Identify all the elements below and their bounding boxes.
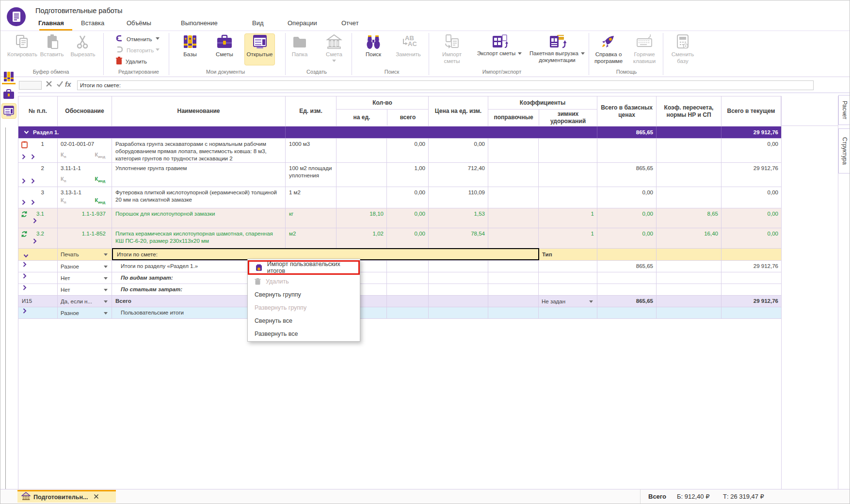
col-header-coef-group[interactable]: Коэффициенты поправочные зимних удорожан…	[488, 96, 597, 126]
expand-icon[interactable]	[23, 285, 27, 290]
ribbon-divider	[589, 33, 589, 75]
about-button[interactable]: Справка о программе	[590, 33, 627, 64]
totals-row-custom[interactable]: Разное Пользовательские итоги	[18, 307, 781, 319]
tab-structure[interactable]: Структура	[838, 128, 850, 173]
paste-button[interactable]: Вставить	[37, 33, 67, 58]
tab-operacii[interactable]: Операции	[288, 19, 317, 31]
tab-calculation[interactable]: Расчет	[838, 95, 850, 125]
search-button[interactable]: Поиск	[358, 33, 388, 58]
cut-button[interactable]: Вырезать	[68, 33, 98, 58]
close-tab-icon[interactable]	[94, 493, 99, 501]
delete-button[interactable]: Удалить	[115, 57, 147, 66]
group-label-search: Поиск	[368, 69, 416, 75]
totals-row-by-types[interactable]: Нет По видам затрат:	[18, 272, 781, 284]
kp-coef[interactable]: Кп	[61, 151, 66, 160]
confirm-formula-icon[interactable]	[56, 80, 64, 89]
function-icon[interactable]: fx	[65, 80, 71, 88]
kind-coef[interactable]: Кинд	[95, 175, 105, 184]
table-row-3[interactable]: 3 3.13-1-1 Кп Кинд Футеровка плиткой кис…	[18, 187, 781, 208]
undo-dropdown-arrow[interactable]	[156, 37, 160, 40]
row-dropdown[interactable]: Нет	[58, 272, 112, 284]
table-row-1[interactable]: 1 02-01-001-07 Кп Кинд Разработка грунта…	[18, 139, 781, 163]
context-menu: Импорт пользовательских итогов Удалить С…	[247, 259, 360, 342]
col-header-name[interactable]: Наименование	[112, 96, 286, 126]
formula-input[interactable]: Итоги по смете:	[77, 80, 814, 90]
rail-estimates-icon[interactable]	[2, 88, 16, 100]
estimates-button[interactable]: Сметы	[209, 33, 240, 58]
row-dropdown[interactable]: Нет	[58, 284, 112, 295]
create-estimate-button[interactable]: Смета	[319, 33, 349, 62]
expand-icon[interactable]	[33, 238, 37, 244]
col-header-qty-unit[interactable]: на ед.	[337, 110, 387, 126]
bases-button[interactable]: Базы	[175, 33, 205, 58]
replace-button[interactable]: ABAC Заменить	[393, 33, 423, 58]
table-row-2[interactable]: 2 3.11-1-1 Кп Кинд Уплотнение грунта гра…	[18, 163, 781, 187]
row-dropdown[interactable]: Разное	[58, 307, 112, 318]
menu-item-import-user-totals[interactable]: Импорт пользовательских итогов	[248, 260, 360, 275]
col-header-basis[interactable]: Всего в базисных ценах	[597, 96, 657, 126]
col-header-recalc[interactable]: Коэф. пересчета, нормы НР и СП	[657, 96, 722, 126]
export-estimate-button[interactable]: Экспорт сметы	[472, 33, 527, 57]
undo-button[interactable]: Отменить	[115, 34, 152, 44]
menu-item-expand-group[interactable]: Развернуть группу	[248, 301, 360, 314]
kind-coef[interactable]: Кинд	[95, 151, 105, 160]
expand-icon[interactable]	[22, 178, 26, 184]
tab-vypolnenie[interactable]: Выполнение	[181, 19, 218, 31]
table-row-3-2[interactable]: 3.2 1.1-1-852 Плитка керамическая кислот…	[18, 228, 781, 249]
col-header-coef-adj[interactable]: поправочные	[488, 110, 539, 126]
col-header-qty-total[interactable]: всего	[387, 110, 428, 126]
expand-icon[interactable]	[31, 178, 35, 184]
totals-row-section[interactable]: Разное Итоги по разделу «Раздел 1.» 865,…	[18, 261, 781, 272]
col-header-current[interactable]: Всего в текущем	[722, 96, 781, 126]
import-estimate-button[interactable]: Импорт сметы	[433, 33, 470, 64]
document-tab[interactable]: Подготовительн...	[17, 490, 116, 503]
col-header-unit[interactable]: Ед. изм.	[286, 96, 337, 126]
redo-button[interactable]: Повторить	[115, 46, 154, 55]
section-row[interactable]: Раздел 1. 865,65 29 912,76	[18, 126, 781, 139]
type-dropdown[interactable]: Не задан	[539, 296, 597, 307]
expand-icon[interactable]	[23, 308, 27, 314]
tab-obyomy[interactable]: Объёмы	[127, 19, 151, 31]
kp-coef[interactable]: Кп	[61, 175, 66, 184]
table-row-3-1[interactable]: 3.1 1.1-1-937 Порошок для кислотоупорной…	[18, 208, 781, 228]
collapse-icon[interactable]	[23, 252, 29, 260]
cell-name-box[interactable]	[19, 81, 42, 90]
col-header-coef-winter[interactable]: зимних удорожаний	[539, 110, 597, 126]
expand-icon[interactable]	[22, 200, 26, 205]
col-header-justification[interactable]: Обоснование	[58, 96, 112, 126]
collapse-section-icon[interactable]	[24, 129, 29, 136]
switch-base-button[interactable]: Сменить базу	[665, 33, 700, 64]
open-button[interactable]: Открытые	[244, 33, 275, 58]
menu-item-delete[interactable]: Удалить	[248, 275, 360, 288]
batch-export-button[interactable]: Пакетная выгрузка документации	[528, 33, 587, 63]
menu-item-collapse-all[interactable]: Свернуть все	[248, 314, 360, 327]
kp-coef[interactable]: Кп	[61, 197, 66, 205]
expand-icon[interactable]	[33, 218, 37, 223]
menu-item-collapse-group[interactable]: Свернуть группу	[248, 288, 360, 301]
expand-icon[interactable]	[31, 154, 35, 159]
col-header-num[interactable]: № п.п.	[18, 96, 58, 126]
col-header-price[interactable]: Цена на ед. изм.	[429, 96, 488, 126]
totals-header-row[interactable]: Печать Тип Итоги по смете:	[18, 249, 781, 261]
menu-item-expand-all[interactable]: Развернуть все	[248, 327, 360, 340]
tab-vid[interactable]: Вид	[252, 19, 264, 31]
expand-icon[interactable]	[23, 262, 27, 267]
create-folder-button[interactable]: Папка	[285, 33, 315, 58]
cancel-formula-icon[interactable]	[46, 80, 52, 89]
tab-vstavka[interactable]: Вставка	[81, 19, 104, 31]
kind-coef[interactable]: Кинд	[95, 197, 105, 205]
rail-bases-icon[interactable]	[2, 70, 16, 83]
row-dropdown[interactable]: Разное	[58, 261, 112, 272]
rail-open-icon[interactable]	[2, 105, 16, 117]
expand-icon[interactable]	[31, 200, 35, 205]
totals-row-by-items[interactable]: Нет По статьям затрат:	[18, 284, 781, 296]
col-header-qty-group[interactable]: Кол-во на ед. всего	[337, 96, 429, 126]
expand-icon[interactable]	[23, 273, 27, 279]
print-dropdown[interactable]: Печать	[58, 249, 112, 260]
expand-icon[interactable]	[22, 154, 26, 159]
hotkeys-button[interactable]: Горячие клавиши	[628, 33, 661, 64]
totals-row-grand[interactable]: И15 Да, если н... Всего Не задан 865,65 …	[18, 296, 781, 307]
row-dropdown[interactable]: Да, если н...	[58, 296, 112, 307]
tab-otchet[interactable]: Отчет	[341, 19, 359, 31]
copy-button[interactable]: Копировать	[7, 33, 37, 58]
